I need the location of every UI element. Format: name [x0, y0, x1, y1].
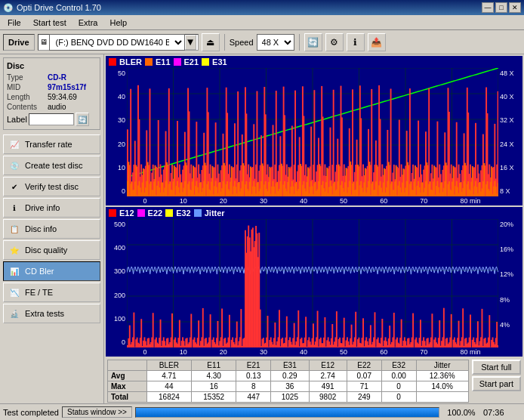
chart1-r-24x: 24 X: [500, 141, 514, 148]
stats-table-wrapper: BLER E11 E21 E31 E12 E22 E32 Jitter Avg: [107, 360, 469, 403]
stats-avg-e22: 0.07: [347, 371, 381, 381]
disc-key-contents: Contents: [7, 103, 45, 111]
chart1-title: BLER E11 E21 E31: [106, 56, 522, 68]
disc-row-type: Type CD-R: [7, 73, 97, 82]
chart2-legend-jitter-label: Jitter: [205, 208, 225, 218]
stats-col-header-e31: E31: [271, 360, 309, 371]
chart1-legend-e31-label: E31: [212, 57, 227, 66]
start-buttons-area: Start full Start part: [472, 360, 521, 391]
sidebar-btn-disc-info[interactable]: 📋 Disc info: [3, 219, 100, 239]
chart2-legend-jitter-dot: [194, 209, 202, 217]
app-title: Opti Drive Control 1.70: [17, 3, 101, 12]
speed-label: Speed: [230, 38, 254, 47]
menu-start-test[interactable]: Start test: [29, 17, 71, 29]
stats-total-bler: 16824: [146, 392, 191, 403]
stats-row-max-label: Max: [108, 381, 147, 392]
verify-test-disc-icon: ✔: [8, 181, 20, 193]
toolbar-separator-1: [224, 34, 225, 51]
drive-arrow-btn[interactable]: ▼: [185, 35, 196, 50]
sidebar-btn-drive-info[interactable]: ℹ Drive info: [3, 198, 100, 218]
stats-total-jitter: [416, 392, 468, 403]
stats-avg-e21: 0.13: [236, 371, 271, 381]
start-full-button[interactable]: Start full: [472, 360, 521, 375]
chart2-container: E12 E22 E32 Jitter 500 400 300 200 100: [106, 207, 522, 357]
disc-label-input[interactable]: [29, 113, 74, 125]
menu-bar: File Start test Extra Help: [0, 15, 524, 30]
drive-icon: 🖥: [40, 38, 48, 46]
sidebar-btn-drive-info-label: Drive info: [25, 203, 60, 212]
chart2-r-8pct: 8%: [500, 296, 510, 304]
chart2-y-500: 500: [114, 221, 125, 228]
chart1-legend-e11-label: E11: [156, 57, 171, 66]
stats-max-e12: 491: [309, 381, 347, 392]
chart2-title: E12 E22 E32 Jitter: [106, 207, 522, 219]
chart2-y-100: 100: [114, 315, 125, 323]
chart1-r-16x: 16 X: [500, 164, 514, 171]
eject2-button[interactable]: 📤: [368, 33, 386, 51]
settings-button[interactable]: ⚙: [325, 33, 344, 51]
disc-quality-icon: ⭐: [8, 244, 20, 256]
chart2-legend-e22-dot: [137, 209, 145, 217]
chart2-canvas: [127, 219, 498, 347]
chart1-y-50: 50: [118, 69, 125, 77]
menu-file[interactable]: File: [3, 17, 26, 29]
stats-row-total-label: Total: [108, 392, 147, 403]
stats-avg-bler: 4.71: [146, 371, 191, 381]
extra-tests-icon: 🔬: [8, 307, 20, 320]
chart2-r-4pct: 4%: [500, 321, 510, 329]
chart1-r-48x: 48 X: [500, 69, 514, 77]
sidebar-btn-fe-te-label: FE / TE: [25, 288, 53, 297]
stats-col-header-bler: BLER: [146, 360, 191, 371]
stats-max-e31: 36: [271, 381, 309, 392]
disc-info-icon: 📋: [8, 223, 20, 235]
maximize-button[interactable]: □: [495, 2, 507, 13]
sidebar-btn-verify-test-disc[interactable]: ✔ Verify test disc: [3, 177, 100, 196]
eject-button[interactable]: ⏏: [202, 33, 220, 51]
progress-percentage: 100.0%: [442, 408, 480, 417]
close-button[interactable]: ✕: [509, 2, 521, 13]
menu-help[interactable]: Help: [105, 17, 131, 29]
stats-max-e21: 8: [236, 381, 271, 392]
sidebar-btn-disc-quality-label: Disc quality: [25, 246, 67, 255]
status-bar: Test completed Status window >> 100.0% 0…: [0, 403, 524, 420]
disc-label-refresh-btn[interactable]: 🔄: [76, 113, 89, 126]
drive-select[interactable]: (F:) BENQ DVD DD DW1640 B5RB: [49, 34, 185, 51]
sidebar-btn-fe-te[interactable]: 📉 FE / TE: [3, 283, 100, 302]
chart2-y-axis-right: 20% 16% 12% 8% 4%: [498, 219, 522, 347]
stats-max-e32: 0: [381, 381, 416, 392]
speed-select[interactable]: 48 X: [257, 34, 294, 51]
chart1-x-axis: 0 10 20 30 40 50 60 70 80 min: [106, 196, 522, 205]
sidebar-btn-extra-tests[interactable]: 🔬 Extra tests: [3, 304, 100, 323]
sidebar-btn-transfer-rate-label: Transfer rate: [25, 140, 72, 149]
start-part-button[interactable]: Start part: [472, 376, 521, 391]
title-bar-controls: — □ ✕: [482, 2, 521, 13]
transfer-rate-icon: 📈: [8, 138, 20, 150]
disc-key-type: Type: [7, 73, 45, 82]
status-window-button[interactable]: Status window >>: [62, 406, 132, 418]
sidebar-btn-cd-bler-label: CD Bler: [25, 267, 54, 276]
stats-row-total: Total 16824 15352 447 1025 9802 249 0: [108, 392, 469, 403]
info-button[interactable]: ℹ: [347, 33, 365, 51]
stats-area: BLER E11 E21 E31 E12 E22 E32 Jitter Avg: [104, 358, 524, 403]
stats-max-e22: 71: [347, 381, 381, 392]
refresh-button[interactable]: 🔄: [304, 33, 322, 51]
chart1-canvas: [127, 68, 498, 196]
progress-bar-fill: [136, 408, 439, 417]
sidebar-btn-cd-bler[interactable]: 📊 CD Bler: [3, 261, 100, 281]
minimize-button[interactable]: —: [482, 2, 494, 13]
stats-avg-e32: 0.00: [381, 371, 416, 381]
stats-avg-jitter: 12.36%: [416, 371, 468, 381]
sidebar-btn-create-test-disc[interactable]: 💿 Create test disc: [3, 156, 100, 175]
menu-extra[interactable]: Extra: [74, 17, 103, 29]
chart1-legend-bler-dot: [109, 58, 116, 66]
chart2-legend-e12-label: E12: [119, 208, 134, 218]
disc-val-type: CD-R: [48, 73, 66, 82]
chart1-legend-e31-dot: [202, 58, 209, 66]
cd-bler-icon: 📊: [8, 265, 20, 277]
disc-key-mid: MID: [7, 83, 45, 91]
chart1-axes-area: 50 40 30 20 10 0 48 X 40 X 32 X 24 X 16 …: [106, 68, 522, 196]
stats-row-avg: Avg 4.71 4.30 0.13 0.29 2.74 0.07 0.00 1…: [108, 371, 469, 381]
sidebar-btn-transfer-rate[interactable]: 📈 Transfer rate: [3, 134, 100, 154]
sidebar-btn-disc-quality[interactable]: ⭐ Disc quality: [3, 240, 100, 260]
sidebar-btn-disc-info-label: Disc info: [25, 224, 57, 233]
